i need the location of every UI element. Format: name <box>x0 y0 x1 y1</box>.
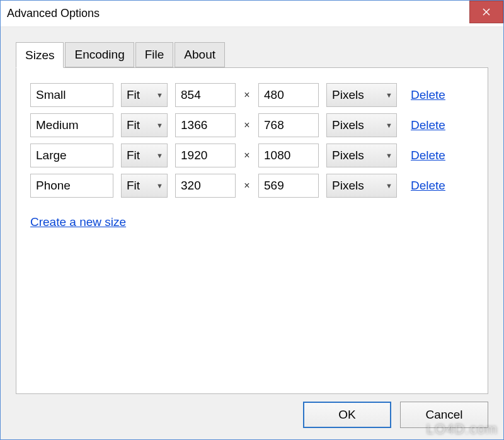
unit-select[interactable]: Pixels▼ <box>326 83 397 107</box>
width-input[interactable] <box>175 174 236 198</box>
tab-about[interactable]: About <box>175 42 225 67</box>
tab-label: Encoding <box>74 48 124 62</box>
size-name-input[interactable] <box>30 144 113 167</box>
dialog-button-row: OK Cancel <box>303 402 488 428</box>
height-input[interactable] <box>258 113 319 137</box>
close-icon <box>483 8 490 16</box>
tab-label: File <box>145 48 164 62</box>
size-row: Fit▼ × Pixels▼ Delete <box>30 113 474 137</box>
delete-link[interactable]: Delete <box>411 118 445 132</box>
tab-file[interactable]: File <box>135 42 174 67</box>
tab-label: About <box>184 48 215 62</box>
unit-value: Pixels <box>332 118 364 132</box>
times-symbol: × <box>243 180 251 191</box>
height-input[interactable] <box>258 83 319 107</box>
height-input[interactable] <box>258 144 319 167</box>
unit-select[interactable]: Pixels▼ <box>326 174 397 198</box>
size-name-input[interactable] <box>30 174 113 198</box>
delete-link[interactable]: Delete <box>411 149 445 162</box>
tab-container: Sizes Encoding File About Fit▼ × Pixels▼… <box>16 42 488 394</box>
unit-select[interactable]: Pixels▼ <box>326 113 397 137</box>
unit-value: Pixels <box>332 88 364 102</box>
chevron-down-icon: ▼ <box>386 182 392 189</box>
tab-sizes[interactable]: Sizes <box>16 42 64 68</box>
fit-value: Fit <box>127 149 140 162</box>
unit-select[interactable]: Pixels▼ <box>326 144 397 167</box>
width-input[interactable] <box>175 144 236 167</box>
chevron-down-icon: ▼ <box>156 182 163 189</box>
delete-link[interactable]: Delete <box>411 88 445 102</box>
tab-page-sizes: Fit▼ × Pixels▼ Delete Fit▼ × Pixels▼ Del… <box>16 67 488 394</box>
window-title: Advanced Options <box>1 7 100 20</box>
cancel-label: Cancel <box>425 408 462 422</box>
content-area: Sizes Encoding File About Fit▼ × Pixels▼… <box>1 27 503 394</box>
height-input[interactable] <box>258 174 319 198</box>
fit-select[interactable]: Fit▼ <box>121 144 168 167</box>
width-input[interactable] <box>175 113 236 137</box>
size-row: Fit▼ × Pixels▼ Delete <box>30 174 474 198</box>
close-button[interactable] <box>469 1 503 23</box>
chevron-down-icon: ▼ <box>386 91 392 99</box>
create-new-size-link[interactable]: Create a new size <box>30 215 126 229</box>
chevron-down-icon: ▼ <box>386 121 392 129</box>
tab-encoding[interactable]: Encoding <box>65 42 134 67</box>
chevron-down-icon: ▼ <box>156 152 163 159</box>
cancel-button[interactable]: Cancel <box>400 402 488 428</box>
width-input[interactable] <box>175 83 236 107</box>
ok-label: OK <box>338 408 355 422</box>
chevron-down-icon: ▼ <box>156 121 163 129</box>
size-row: Fit▼ × Pixels▼ Delete <box>30 144 474 167</box>
fit-value: Fit <box>127 118 140 132</box>
fit-select[interactable]: Fit▼ <box>121 83 168 107</box>
tab-row: Sizes Encoding File About <box>16 42 488 67</box>
dialog-window: Advanced Options Sizes Encoding File Abo… <box>0 0 504 440</box>
ok-button[interactable]: OK <box>303 402 391 428</box>
unit-value: Pixels <box>332 149 364 162</box>
tab-label: Sizes <box>25 48 54 62</box>
unit-value: Pixels <box>332 179 364 193</box>
chevron-down-icon: ▼ <box>156 91 163 99</box>
chevron-down-icon: ▼ <box>386 152 392 159</box>
times-symbol: × <box>243 120 251 131</box>
size-name-input[interactable] <box>30 113 113 137</box>
size-row: Fit▼ × Pixels▼ Delete <box>30 83 474 107</box>
fit-value: Fit <box>127 88 140 102</box>
times-symbol: × <box>243 150 251 161</box>
fit-value: Fit <box>127 179 140 193</box>
delete-link[interactable]: Delete <box>411 179 445 193</box>
times-symbol: × <box>243 89 251 101</box>
fit-select[interactable]: Fit▼ <box>121 174 168 198</box>
titlebar: Advanced Options <box>1 1 503 27</box>
fit-select[interactable]: Fit▼ <box>121 113 168 137</box>
size-name-input[interactable] <box>30 83 113 107</box>
